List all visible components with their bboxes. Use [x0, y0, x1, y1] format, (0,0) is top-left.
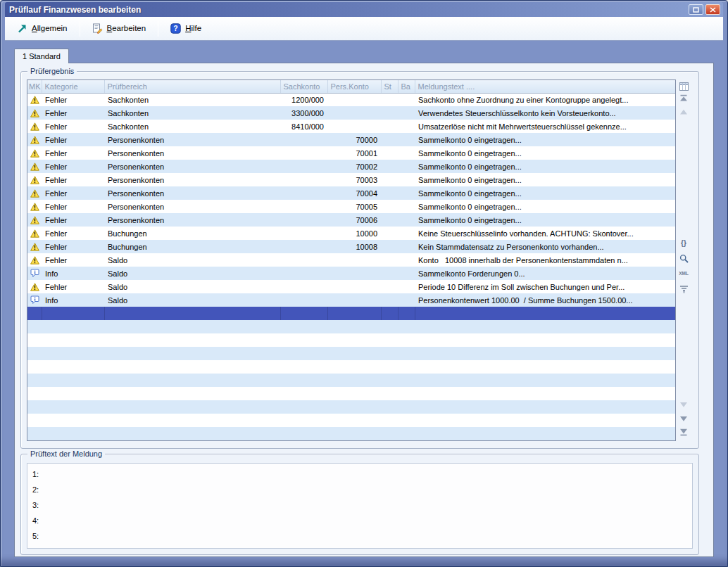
- cell-sachkonto[interactable]: [280, 253, 327, 267]
- cell-meldungstext[interactable]: [415, 333, 675, 347]
- cell-st[interactable]: [381, 106, 398, 120]
- cell-meldungstext[interactable]: Sammelkonto 0 eingetragen...: [415, 186, 675, 200]
- cell-meldungstext[interactable]: Konto 10008 innerhalb der Personenkonten…: [415, 253, 675, 267]
- cell-pruefbereich[interactable]: Personenkonten: [104, 160, 280, 173]
- column-header-st[interactable]: St: [381, 80, 398, 93]
- cell-sachkonto[interactable]: [280, 133, 327, 146]
- cell-sachkonto[interactable]: [280, 347, 327, 360]
- cell-st[interactable]: [381, 307, 398, 320]
- cell-ba[interactable]: [398, 227, 415, 240]
- tab-standard[interactable]: 1 Standard: [14, 49, 69, 63]
- column-header-ba[interactable]: Ba: [398, 80, 415, 93]
- table-row[interactable]: FehlerPersonenkonten70005Sammelkonto 0 e…: [27, 200, 675, 213]
- cell-perskonto[interactable]: 70002: [327, 160, 381, 173]
- cell-sachkonto[interactable]: 1200/000: [280, 93, 327, 106]
- table-row-empty[interactable]: [27, 374, 675, 387]
- cell-mk[interactable]: [27, 200, 42, 213]
- cell-mk[interactable]: [27, 253, 42, 267]
- cell-kategorie[interactable]: Info: [42, 293, 104, 307]
- cell-pruefbereich[interactable]: Personenkonten: [104, 186, 280, 200]
- toolbar-button-hilfe[interactable]: ?Hilfe: [164, 20, 208, 37]
- cell-sachkonto[interactable]: [280, 227, 327, 240]
- cell-st[interactable]: [381, 186, 398, 200]
- go-next-icon[interactable]: [679, 400, 689, 410]
- cell-ba[interactable]: [398, 347, 415, 360]
- cell-ba[interactable]: [398, 173, 415, 186]
- cell-ba[interactable]: [398, 280, 415, 293]
- cell-kategorie[interactable]: [42, 414, 104, 427]
- cell-meldungstext[interactable]: [415, 414, 675, 427]
- cell-kategorie[interactable]: Info: [42, 267, 104, 280]
- prueftext-box[interactable]: 1:2:3:4:5:: [27, 463, 693, 549]
- cell-kategorie[interactable]: Fehler: [42, 200, 104, 213]
- cell-st[interactable]: [381, 374, 398, 387]
- cell-kategorie[interactable]: [42, 400, 104, 414]
- cell-mk[interactable]: [27, 320, 42, 333]
- cell-meldungstext[interactable]: Sammelkonto 0 eingetragen...: [415, 173, 675, 186]
- table-row[interactable]: FehlerPersonenkonten70003Sammelkonto 0 e…: [27, 173, 675, 186]
- cell-meldungstext[interactable]: [415, 374, 675, 387]
- cell-ba[interactable]: [398, 93, 415, 106]
- cell-perskonto[interactable]: [327, 93, 381, 106]
- cell-perskonto[interactable]: [327, 280, 381, 293]
- cell-sachkonto[interactable]: [280, 186, 327, 200]
- cell-kategorie[interactable]: Fehler: [42, 133, 104, 146]
- table-row[interactable]: FehlerSachkonten3300/000Verwendetes Steu…: [27, 106, 675, 120]
- cell-kategorie[interactable]: Fehler: [42, 146, 104, 160]
- cell-st[interactable]: [381, 293, 398, 307]
- cell-mk[interactable]: [27, 293, 42, 307]
- cell-meldungstext[interactable]: Sammelkonto 0 eingetragen...: [415, 133, 675, 146]
- column-config-icon[interactable]: [679, 81, 689, 91]
- cell-perskonto[interactable]: [327, 374, 381, 387]
- cell-pruefbereich[interactable]: [104, 427, 280, 440]
- cell-kategorie[interactable]: [42, 347, 104, 360]
- cell-ba[interactable]: [398, 120, 415, 133]
- cell-ba[interactable]: [398, 146, 415, 160]
- cell-sachkonto[interactable]: [280, 427, 327, 440]
- cell-ba[interactable]: [398, 400, 415, 414]
- cell-mk[interactable]: [27, 120, 42, 133]
- cell-ba[interactable]: [398, 427, 415, 440]
- cell-perskonto[interactable]: 70006: [327, 213, 381, 227]
- cell-st[interactable]: [381, 387, 398, 400]
- cell-mk[interactable]: [27, 213, 42, 227]
- cell-meldungstext[interactable]: [415, 320, 675, 333]
- toolbar-button-bearbeiten[interactable]: Bearbeiten: [86, 20, 153, 37]
- cell-ba[interactable]: [398, 240, 415, 253]
- cell-st[interactable]: [381, 213, 398, 227]
- table-row[interactable]: FehlerPersonenkonten70002Sammelkonto 0 e…: [27, 160, 675, 173]
- cell-meldungstext[interactable]: Personenkontenwert 1000.00 / Summe Buchu…: [415, 293, 675, 307]
- table-row-empty[interactable]: [27, 360, 675, 374]
- table-row-empty[interactable]: [27, 387, 675, 400]
- cell-st[interactable]: [381, 267, 398, 280]
- cell-st[interactable]: [381, 240, 398, 253]
- cell-mk[interactable]: [27, 333, 42, 347]
- cell-pruefbereich[interactable]: Personenkonten: [104, 213, 280, 227]
- cell-perskonto[interactable]: [327, 400, 381, 414]
- cell-ba[interactable]: [398, 200, 415, 213]
- cell-st[interactable]: [381, 253, 398, 267]
- cell-st[interactable]: [381, 427, 398, 440]
- cell-mk[interactable]: [27, 280, 42, 293]
- cell-perskonto[interactable]: [327, 120, 381, 133]
- cell-meldungstext[interactable]: Umsatzerlöse nicht mit Mehrwertsteuersch…: [415, 120, 675, 133]
- cell-perskonto[interactable]: 70004: [327, 186, 381, 200]
- cell-sachkonto[interactable]: [280, 414, 327, 427]
- cell-perskonto[interactable]: 10008: [327, 240, 381, 253]
- cell-kategorie[interactable]: [42, 307, 104, 320]
- cell-st[interactable]: [381, 320, 398, 333]
- cell-st[interactable]: [381, 414, 398, 427]
- go-first-icon[interactable]: [679, 93, 689, 103]
- cell-ba[interactable]: [398, 160, 415, 173]
- cell-sachkonto[interactable]: [280, 267, 327, 280]
- cell-mk[interactable]: [27, 160, 42, 173]
- cell-pruefbereich[interactable]: Buchungen: [104, 227, 280, 240]
- cell-kategorie[interactable]: Fehler: [42, 227, 104, 240]
- cell-ba[interactable]: [398, 387, 415, 400]
- column-header-kategorie[interactable]: Kategorie: [42, 80, 104, 93]
- cell-mk[interactable]: [27, 427, 42, 440]
- cell-sachkonto[interactable]: [280, 374, 327, 387]
- cell-perskonto[interactable]: [327, 320, 381, 333]
- cell-ba[interactable]: [398, 360, 415, 374]
- cell-sachkonto[interactable]: 3300/000: [280, 106, 327, 120]
